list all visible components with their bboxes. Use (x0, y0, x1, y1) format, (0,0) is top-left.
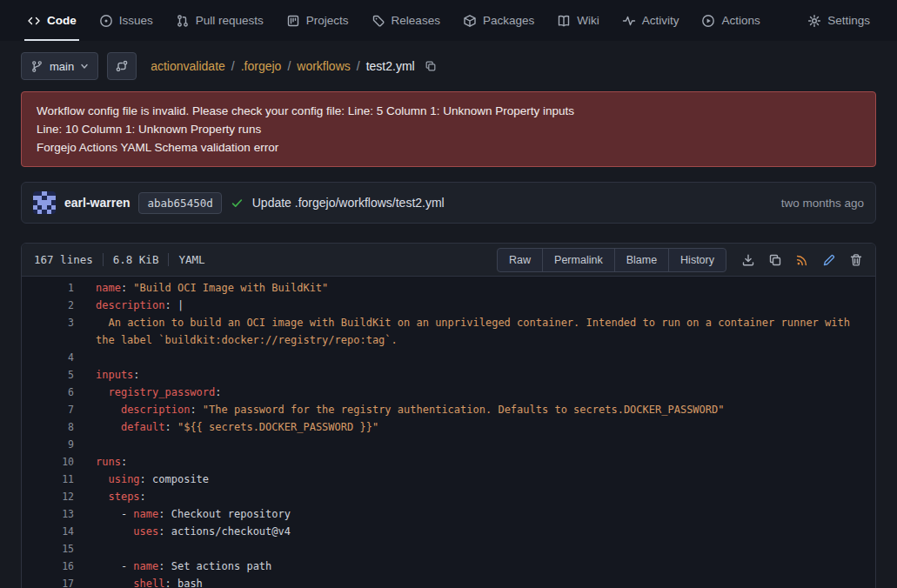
line-content: - name: Checkout repository (74, 505, 875, 523)
nav-item-pull-requests[interactable]: Pull requests (164, 0, 275, 41)
file-view: 167 lines 6.8 KiB YAML Raw Permalink Bla… (21, 243, 876, 588)
nav-item-label: Code (47, 14, 77, 27)
nav-item-label: Projects (306, 14, 349, 27)
line-number[interactable]: 5 (22, 366, 74, 384)
file-action-icons (741, 253, 863, 267)
wiki-icon (557, 14, 571, 28)
blame-button[interactable]: Blame (614, 248, 669, 272)
nav-item-code[interactable]: Code (16, 0, 88, 41)
line-content: steps: (74, 488, 875, 505)
code-line: 13 - name: Checkout repository (22, 505, 875, 523)
projects-icon (286, 14, 300, 28)
line-number[interactable]: 15 (22, 540, 74, 558)
nav-item-settings[interactable]: Settings (796, 0, 881, 41)
line-content: inputs: (74, 366, 875, 384)
line-content: An action to build an OCI image with Bui… (74, 314, 875, 349)
file-size: 6.8 KiB (113, 253, 159, 266)
nav-item-label: Settings (827, 14, 870, 27)
line-content: shell: bash (74, 575, 875, 588)
code-line: 9 (22, 436, 875, 453)
breadcrumb-separator: / (287, 59, 291, 73)
line-number[interactable]: 14 (22, 523, 74, 540)
line-number[interactable]: 3 (22, 314, 74, 349)
line-number[interactable]: 4 (22, 349, 74, 366)
line-number[interactable]: 9 (22, 436, 74, 453)
error-line: Workflow config file is invalid. Please … (37, 102, 860, 120)
rss-icon[interactable] (795, 253, 809, 267)
code-line: 10runs: (22, 453, 875, 471)
code-line: 2description: | (22, 297, 875, 314)
divider (168, 253, 169, 266)
line-number[interactable]: 17 (22, 575, 74, 588)
code-line: 7 description: "The password for the reg… (22, 401, 875, 418)
copy-path-icon[interactable] (425, 60, 437, 72)
divider (103, 253, 104, 266)
avatar[interactable] (33, 191, 56, 214)
code-line: 5inputs: (22, 366, 875, 384)
line-content: description: "The password for the regis… (74, 401, 875, 418)
breadcrumb-repo-link[interactable]: actionvalidate (151, 59, 225, 73)
code-line: 17 shell: bash (22, 575, 875, 588)
commit-bar: earl-warren abab65450d Update .forgejo/w… (21, 182, 876, 224)
issues-icon (99, 14, 113, 28)
line-number[interactable]: 16 (22, 558, 74, 575)
compare-icon (115, 59, 129, 73)
branch-name: main (50, 60, 74, 73)
line-number[interactable]: 7 (22, 401, 74, 418)
raw-button[interactable]: Raw (497, 248, 543, 272)
pull-request-icon (176, 14, 190, 28)
commit-author[interactable]: earl-warren (64, 196, 130, 210)
code-line: 11 using: composite (22, 471, 875, 488)
code-line: 15 (22, 540, 875, 558)
download-icon[interactable] (741, 253, 755, 267)
breadcrumb-dir-link[interactable]: .forgejo (241, 59, 282, 73)
error-line: Forgejo Actions YAML Schema validation e… (37, 138, 860, 157)
line-number[interactable]: 12 (22, 488, 74, 505)
nav-item-wiki[interactable]: Wiki (546, 0, 611, 41)
code-line: 3 An action to build an OCI image with B… (22, 314, 875, 349)
line-number[interactable]: 1 (22, 279, 74, 297)
nav-item-label: Issues (119, 14, 153, 27)
copy-icon[interactable] (768, 253, 782, 267)
line-number[interactable]: 10 (22, 453, 74, 471)
code-line: 16 - name: Set actions path (22, 558, 875, 575)
commit-message[interactable]: Update .forgejo/workflows/test2.yml (252, 196, 445, 210)
nav-item-label: Activity (642, 14, 679, 27)
nav-item-packages[interactable]: Packages (452, 0, 546, 41)
permalink-button[interactable]: Permalink (542, 248, 615, 272)
commit-sha-button[interactable]: abab65450d (138, 192, 221, 214)
check-icon[interactable] (231, 197, 244, 210)
nav-item-label: Packages (483, 14, 534, 27)
branch-icon (30, 60, 44, 73)
line-number[interactable]: 6 (22, 384, 74, 401)
line-number[interactable]: 13 (22, 505, 74, 523)
line-content: registry_password: (74, 384, 875, 401)
line-number[interactable]: 11 (22, 471, 74, 488)
code-line: 4 (22, 349, 875, 366)
line-content: runs: (74, 453, 875, 471)
breadcrumb-dir-link[interactable]: workflows (297, 59, 350, 73)
nav-item-actions[interactable]: Actions (690, 0, 771, 41)
compare-button[interactable] (107, 52, 137, 80)
edit-icon[interactable] (822, 253, 836, 267)
line-number[interactable]: 2 (22, 297, 74, 314)
delete-icon[interactable] (849, 253, 863, 267)
breadcrumb: actionvalidate / .forgejo / workflows / … (151, 59, 436, 73)
breadcrumb-separator: / (231, 59, 235, 73)
line-content: name: "Build OCI Image with BuildKit" (74, 279, 875, 297)
branch-selector[interactable]: main (21, 52, 98, 80)
commit-age: two months ago (781, 197, 864, 210)
line-number[interactable]: 8 (22, 418, 74, 436)
error-banner: Workflow config file is invalid. Please … (21, 91, 876, 167)
nav-item-releases[interactable]: Releases (360, 0, 452, 41)
packages-icon (463, 14, 477, 28)
code-line: 8 default: "${{ secrets.DOCKER_PASSWORD … (22, 418, 875, 436)
line-content: description: | (74, 297, 875, 314)
nav-item-activity[interactable]: Activity (611, 0, 691, 41)
nav-item-issues[interactable]: Issues (88, 0, 164, 41)
error-line: Line: 10 Column 1: Unknown Property runs (37, 120, 860, 138)
history-button[interactable]: History (668, 248, 726, 272)
nav-item-projects[interactable]: Projects (275, 0, 360, 41)
code-line: 1name: "Build OCI Image with BuildKit" (22, 279, 875, 297)
nav-item-label: Wiki (577, 14, 599, 27)
